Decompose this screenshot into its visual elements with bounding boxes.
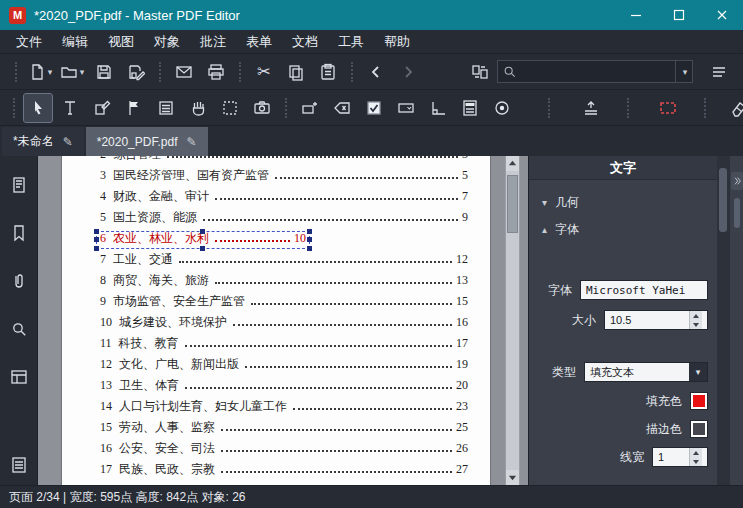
sidebar-properties-button[interactable] xyxy=(8,366,30,388)
edit-text-tool-button[interactable] xyxy=(56,94,84,122)
toc-row[interactable]: 2 综合管理 3 xyxy=(100,156,468,167)
pdf-page[interactable]: 2 综合管理 3 xyxy=(62,156,490,485)
document-canvas[interactable]: 2 综合管理 3 xyxy=(38,156,528,485)
selection-handle[interactable] xyxy=(307,229,312,234)
selection-handle[interactable] xyxy=(94,246,99,251)
sidebar-search-button[interactable] xyxy=(8,318,30,340)
minimize-button[interactable] xyxy=(614,0,657,30)
toc-row[interactable]: 13 卫生、体育 20 xyxy=(100,377,468,398)
sidebar-attachments-button[interactable] xyxy=(8,270,30,292)
combobox-tool-button[interactable] xyxy=(392,94,420,122)
spin-up-icon[interactable] xyxy=(693,314,699,318)
selection-handle[interactable] xyxy=(94,229,99,234)
swap-pages-button[interactable] xyxy=(466,58,494,86)
hand-tool-button[interactable] xyxy=(184,94,212,122)
selection-handle[interactable] xyxy=(200,229,205,234)
spin-down-icon[interactable] xyxy=(693,460,699,464)
search-dropdown-button[interactable]: ▾ xyxy=(675,61,692,82)
select-tool-button[interactable] xyxy=(24,94,52,122)
menu-item-view[interactable]: 视图 xyxy=(98,30,144,53)
toolbar-drag-handle[interactable] xyxy=(13,98,15,118)
search-box[interactable]: ▾ xyxy=(497,60,693,83)
edit-object-tool-button[interactable] xyxy=(88,94,116,122)
toc-row[interactable]: 9 市场监管、安全生产监管 15 xyxy=(100,293,468,314)
menu-item-help[interactable]: 帮助 xyxy=(374,30,420,53)
combo-dropdown-button[interactable]: ▾ xyxy=(689,363,707,381)
font-size-spinner[interactable]: 10.5 xyxy=(604,310,708,330)
pencil-icon[interactable]: ✎ xyxy=(63,135,73,149)
stroke-color-swatch[interactable] xyxy=(690,420,708,438)
save-as-button[interactable] xyxy=(122,58,150,86)
close-button[interactable] xyxy=(700,0,743,30)
form-fields-tool-button[interactable] xyxy=(152,94,180,122)
menu-item-comment[interactable]: 批注 xyxy=(190,30,236,53)
selection-handle[interactable] xyxy=(307,237,312,242)
toc-row[interactable]: 18 xyxy=(100,482,468,485)
fill-color-swatch[interactable] xyxy=(690,392,708,410)
menu-item-tools[interactable]: 工具 xyxy=(328,30,374,53)
panel-drag-handle[interactable] xyxy=(734,198,740,228)
new-document-button[interactable]: ▾ xyxy=(26,58,54,86)
section-geometry[interactable]: ▾ 几何 xyxy=(529,194,717,211)
menu-item-object[interactable]: 对象 xyxy=(144,30,190,53)
panel-scrollbar[interactable] xyxy=(717,156,729,485)
toc-row[interactable]: 14 人口与计划生育、妇女儿童工作 23 xyxy=(100,398,468,419)
selection-handle[interactable] xyxy=(94,237,99,242)
copy-button[interactable] xyxy=(282,58,310,86)
menu-item-document[interactable]: 文档 xyxy=(282,30,328,53)
panel-collapse-button[interactable] xyxy=(731,172,743,190)
toc-row[interactable]: 17 民族、民政、宗教 27 xyxy=(100,461,468,482)
scrollbar-track[interactable] xyxy=(506,171,519,470)
section-font[interactable]: ▴ 字体 xyxy=(529,221,717,238)
main-menu-button[interactable] xyxy=(705,58,733,86)
checkbox-tool-button[interactable] xyxy=(360,94,388,122)
tab-2020-pdf[interactable]: *2020_PDF.pdf ✎ xyxy=(86,127,208,156)
spinner-buttons[interactable] xyxy=(689,448,702,466)
toc-row[interactable]: 11 科技、教育 17 xyxy=(100,335,468,356)
toc-row[interactable]: 16 公安、安全、司法 26 xyxy=(100,440,468,461)
tab-untitled[interactable]: *未命名 ✎ xyxy=(2,127,84,156)
save-button[interactable] xyxy=(90,58,118,86)
print-button[interactable] xyxy=(202,58,230,86)
toc-row[interactable]: 3 国民经济管理、国有资产监管 5 xyxy=(100,167,468,188)
sidebar-signatures-button[interactable] xyxy=(8,454,30,476)
open-file-button[interactable]: ▾ xyxy=(58,58,86,86)
select-area-tool-button[interactable] xyxy=(216,94,244,122)
panel-scrollbar-thumb[interactable] xyxy=(719,168,727,232)
snapshot-tool-button[interactable] xyxy=(248,94,276,122)
vertical-scrollbar[interactable] xyxy=(505,156,520,485)
scroll-up-button[interactable] xyxy=(506,156,519,171)
font-family-select[interactable]: Microsoft YaHei xyxy=(580,280,708,300)
email-button[interactable] xyxy=(170,58,198,86)
spin-down-icon[interactable] xyxy=(693,323,699,327)
toc-row[interactable]: 4 财政、金融、审计 7 xyxy=(100,188,468,209)
spinner-buttons[interactable] xyxy=(689,311,702,329)
search-input[interactable] xyxy=(521,65,675,79)
flag-tool-button[interactable] xyxy=(120,94,148,122)
toc-row[interactable]: 10 城乡建设、环境保护 16 xyxy=(100,314,468,335)
toc-row[interactable]: 8 商贸、海关、旅游 13 xyxy=(100,272,468,293)
eraser-tool-button[interactable] xyxy=(725,94,743,122)
pencil-icon[interactable]: ✎ xyxy=(186,135,196,149)
selection-box[interactable] xyxy=(96,231,310,249)
arrange-tool-button[interactable] xyxy=(577,94,605,122)
radio-button-tool-button[interactable] xyxy=(488,94,516,122)
menu-item-file[interactable]: 文件 xyxy=(6,30,52,53)
line-width-spinner[interactable]: 1 xyxy=(652,447,708,467)
menu-item-forms[interactable]: 表单 xyxy=(236,30,282,53)
toolbar-drag-handle[interactable] xyxy=(15,62,17,82)
forward-button[interactable] xyxy=(394,58,422,86)
redaction-tool-button[interactable] xyxy=(654,94,682,122)
maximize-button[interactable] xyxy=(657,0,700,30)
sidebar-thumbnails-button[interactable] xyxy=(8,174,30,196)
listbox-tool-button[interactable] xyxy=(456,94,484,122)
toc-row[interactable]: 15 劳动、人事、监察 25 xyxy=(100,419,468,440)
toc-row[interactable]: 7 工业、交通 12 xyxy=(100,251,468,272)
menu-item-edit[interactable]: 编辑 xyxy=(52,30,98,53)
toc-row[interactable]: 12 文化、广电、新闻出版 19 xyxy=(100,356,468,377)
back-button[interactable] xyxy=(362,58,390,86)
paste-button[interactable] xyxy=(314,58,342,86)
sidebar-bookmarks-button[interactable] xyxy=(8,222,30,244)
push-button-tool-button[interactable] xyxy=(328,94,356,122)
scroll-down-button[interactable] xyxy=(506,470,519,485)
